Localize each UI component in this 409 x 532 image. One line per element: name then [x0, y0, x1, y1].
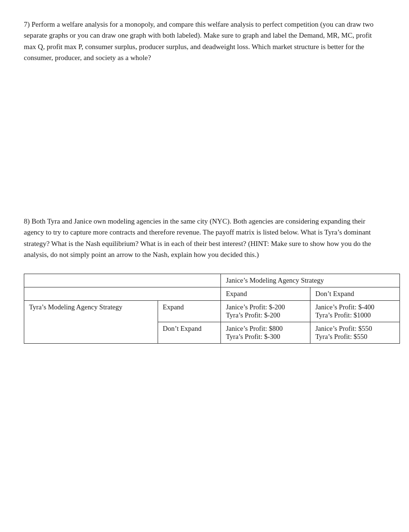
question-7-text: 7) Perform a welfare analysis for a mono… — [24, 19, 385, 63]
janice-strategy-header: Janice’s Modeling Agency Strategy — [221, 274, 400, 287]
cell-expand-dont-expand: Janice’s Profit: $-400 Tyra’s Profit: $1… — [310, 301, 400, 322]
cell-dont-expand-dont-expand: Janice’s Profit: $550 Tyra’s Profit: $55… — [310, 322, 400, 344]
cell-ee-janice: Janice’s Profit: $-200 — [226, 303, 305, 311]
empty-corner-bottom — [24, 287, 221, 301]
cell-dont-expand-expand: Janice’s Profit: $800 Tyra’s Profit: $-3… — [221, 322, 310, 344]
cell-de-tyra: Tyra’s Profit: $-300 — [226, 333, 305, 341]
table-row-tyra-expand: Tyra’s Modeling Agency Strategy Expand J… — [24, 301, 400, 322]
cell-de-janice: Janice’s Profit: $800 — [226, 325, 305, 333]
empty-corner-top — [24, 274, 221, 287]
cell-ee-tyra: Tyra’s Profit: $-200 — [226, 311, 305, 319]
question-8-text: 8) Both Tyra and Janice own modeling age… — [24, 216, 385, 260]
janice-expand-header: Expand — [221, 287, 310, 301]
janice-dont-expand-header: Don’t Expand — [310, 287, 400, 301]
table-header-row-2: Expand Don’t Expand — [24, 287, 400, 301]
table-header-row-1: Janice’s Modeling Agency Strategy — [24, 274, 400, 287]
cell-dd-janice: Janice’s Profit: $550 — [315, 325, 395, 333]
drawing-area-spacer — [24, 78, 385, 211]
cell-dd-tyra: Tyra’s Profit: $550 — [315, 333, 395, 341]
cell-expand-expand: Janice’s Profit: $-200 Tyra’s Profit: $-… — [221, 301, 310, 322]
tyra-expand-label: Expand — [158, 301, 221, 322]
payoff-matrix-table: Janice’s Modeling Agency Strategy Expand… — [24, 274, 400, 344]
cell-ed-janice: Janice’s Profit: $-400 — [315, 303, 395, 311]
cell-ed-tyra: Tyra’s Profit: $1000 — [315, 311, 395, 319]
question-7-block: 7) Perform a welfare analysis for a mono… — [24, 19, 385, 63]
tyra-dont-expand-label: Don’t Expand — [158, 322, 221, 344]
question-8-block: 8) Both Tyra and Janice own modeling age… — [24, 216, 385, 344]
tyra-strategy-header: Tyra’s Modeling Agency Strategy — [24, 301, 158, 344]
